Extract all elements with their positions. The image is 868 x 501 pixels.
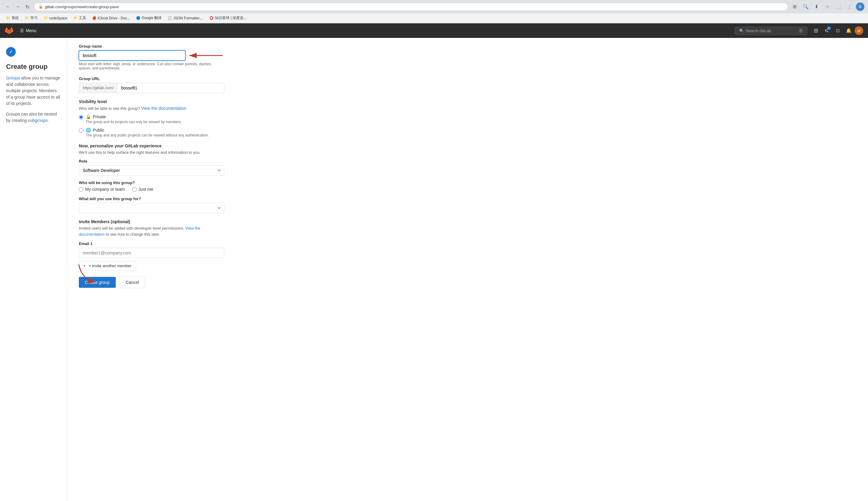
refresh-button[interactable]: ↻ — [23, 2, 32, 11]
sidebar-description: Groups allow you to manage and collabora… — [6, 75, 60, 107]
issues-btn[interactable]: ⊡ — [833, 26, 843, 35]
avatar-image: U — [855, 26, 863, 35]
translate-btn[interactable]: ⊞ — [790, 2, 799, 11]
group-url-input[interactable] — [117, 83, 224, 93]
merge-requests-badge: 9 — [827, 26, 831, 30]
visibility-section: Visibility level Who will be able to see… — [79, 99, 224, 137]
bookmark-codespace[interactable]: 📁 codeSpace — [41, 15, 70, 21]
notifications-btn[interactable]: 🔔 — [844, 26, 854, 35]
url-group: https://gitlab.com/ — [79, 83, 224, 93]
bell-icon: 🔔 — [846, 28, 851, 33]
public-label[interactable]: Public — [93, 128, 104, 132]
folder-icon: 📁 — [44, 16, 48, 20]
form-actions: Create group Cancel — [79, 277, 297, 288]
role-select[interactable]: Software Developer Engineering Manager P… — [79, 165, 224, 175]
address-bar[interactable]: 🔒 gitlab.com/groups/new#create-group-pan… — [34, 3, 788, 11]
download-btn[interactable]: ⬇ — [812, 2, 821, 11]
search-bar[interactable]: 🔍 Search GitLab / — [735, 27, 807, 35]
page-container: ✓ Create group Groups allow you to manag… — [0, 38, 868, 501]
folder-icon: 📁 — [6, 16, 10, 20]
email1-input[interactable] — [79, 248, 224, 258]
group-name-input[interactable] — [79, 50, 186, 61]
gitlab-navigation: ☰ Menu 🔍 Search GitLab / ⊞ ⑆ 9 ⊡ 🔔 U — [0, 23, 868, 38]
user-avatar[interactable]: G — [856, 2, 864, 11]
public-desc: The group and any public projects can be… — [86, 133, 209, 137]
private-desc: The group and its projects can only be v… — [86, 120, 182, 124]
who-company-item[interactable]: My company or team — [79, 187, 125, 192]
bookmark-学习[interactable]: 📁 学习 — [22, 14, 40, 22]
new-item-btn[interactable]: ⊞ — [811, 26, 821, 35]
apple-icon: 🍎 — [92, 16, 96, 20]
sidebar: ✓ Create group Groups allow you to manag… — [0, 38, 67, 501]
forward-button[interactable]: → — [13, 2, 22, 11]
url-prefix: https://gitlab.com/ — [79, 83, 117, 93]
issues-icon: ⊡ — [836, 28, 840, 33]
what-label: What will you use this group for? — [79, 196, 224, 201]
groups-link[interactable]: Groups — [6, 75, 20, 81]
circle-icon: ⭕ — [209, 16, 214, 20]
extensions-btn[interactable]: ⬜ — [834, 2, 843, 11]
search-shortcut: / — [799, 29, 803, 33]
who-radio-group: My company or team Just me — [79, 187, 224, 192]
invite-title: Invite Members (optional) — [79, 219, 224, 224]
bookmarks-bar: 📁 系统 📁 学习 📁 codeSpace 📁 工具 🍎 iCloud Driv… — [0, 13, 868, 23]
red-arrow-to-create — [73, 262, 103, 287]
translate-icon: 🔵 — [136, 16, 140, 20]
visibility-title: Visibility level — [79, 99, 224, 104]
personalize-section: Now, personalize your GitLab experience … — [79, 143, 224, 213]
bookmark-icloud[interactable]: 🍎 iCloud Drive - Doc... — [90, 15, 132, 21]
back-button[interactable]: ← — [4, 2, 12, 11]
bookmark-google-translate[interactable]: 🔵 Google 翻译 — [134, 14, 164, 22]
private-radio[interactable] — [79, 115, 83, 119]
address-text: gitlab.com/groups/new#create-group-pane — [45, 4, 119, 9]
email1-label: Email 1 — [79, 242, 224, 246]
lock-icon-inline: 🔒 — [86, 114, 91, 119]
red-arrow-right — [188, 51, 224, 60]
lock-icon: 🔒 — [39, 4, 43, 9]
subgroups-link[interactable]: subgroups — [28, 118, 47, 123]
public-option: 🌐 Public The group and any public projec… — [79, 128, 224, 137]
role-label: Role — [79, 159, 224, 163]
view-documentation-link[interactable]: View the documentation — [141, 106, 186, 111]
svg-text:U: U — [858, 29, 860, 33]
bookmark-knowledge[interactable]: ⭕ 知识星球 | 深度连... — [207, 14, 249, 22]
who-justme-radio[interactable] — [132, 187, 137, 192]
gitlab-logo — [5, 26, 13, 35]
bookmark-tools[interactable]: 📁 工具 — [71, 14, 88, 22]
folder-icon: 📁 — [25, 16, 29, 20]
bookmark-btn[interactable]: ☆ — [823, 2, 832, 11]
merge-requests-btn[interactable]: ⑆ 9 — [822, 26, 832, 35]
invite-documentation-link[interactable]: View the documentation — [79, 226, 200, 236]
search-btn[interactable]: 🔍 — [801, 2, 810, 11]
group-name-hint: Must start with letter, digit, emoji, or… — [79, 62, 224, 70]
arrow-annotation-right — [188, 51, 224, 60]
sidebar-subgroups-note: Groups can also be nested by creating su… — [6, 111, 60, 124]
what-select[interactable]: Development Testing DevOps Other — [79, 203, 224, 213]
who-justme-item[interactable]: Just me — [132, 187, 153, 192]
personalize-title: Now, personalize your GitLab experience — [79, 143, 224, 148]
what-section: What will you use this group for? Develo… — [79, 196, 224, 213]
menu-btn[interactable]: ⋮ — [845, 2, 854, 11]
who-section: Who will be using this group? My company… — [79, 180, 224, 192]
public-radio[interactable] — [79, 128, 83, 133]
steps-indicator: ✓ — [6, 47, 60, 57]
visibility-question: Who will be able to see this group? — [79, 106, 140, 111]
group-url-section: Group URL https://gitlab.com/ — [79, 76, 224, 93]
menu-button[interactable]: ☰ Menu — [17, 26, 40, 35]
group-name-section: Group name Must start with letter, d — [79, 44, 224, 70]
who-label: Who will be using this group? — [79, 180, 224, 185]
hamburger-icon: ☰ — [20, 28, 24, 33]
globe-icon: 🌐 — [86, 128, 91, 132]
personalize-desc: We'll use this to help surface the right… — [79, 150, 224, 154]
cancel-button[interactable]: Cancel — [119, 277, 145, 288]
private-label[interactable]: Private — [93, 114, 106, 119]
browser-actions: ⊞ 🔍 ⬇ ☆ ⬜ ⋮ G — [790, 2, 864, 11]
search-icon: 🔍 — [739, 29, 744, 33]
user-avatar-nav[interactable]: U — [855, 26, 863, 35]
page-title: Create group — [6, 63, 60, 71]
who-company-radio[interactable] — [79, 187, 83, 192]
bookmark-json-formatter[interactable]: 📋 JSON Formatter,... — [165, 15, 206, 21]
bookmark-系统[interactable]: 📁 系统 — [4, 14, 21, 22]
group-name-label: Group name — [79, 44, 224, 49]
folder-icon: 📁 — [73, 16, 78, 20]
